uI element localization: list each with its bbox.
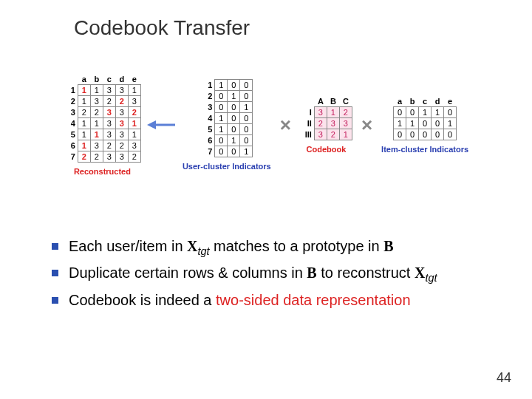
multiply-icon: × bbox=[358, 114, 375, 137]
multiply-icon: × bbox=[277, 114, 294, 137]
symbol-X: X bbox=[415, 265, 425, 281]
subscript-tgt: tgt bbox=[198, 245, 210, 257]
bullet-1-text: Each user/item in Xtgt matches to a prot… bbox=[69, 236, 394, 259]
bullet-3-text: Codebook is indeed a two-sided data repr… bbox=[69, 290, 411, 310]
reconstructed-table: abcde11133121322332233241133151133161322… bbox=[64, 74, 141, 163]
codebook-block: ABCI312II233III321 Codebook bbox=[300, 96, 352, 154]
item-indicators-table: abcde001101100100000 bbox=[393, 96, 457, 140]
slide-title: Codebook Transfer bbox=[74, 16, 250, 40]
user-indicators-label: User-cluster Indicators bbox=[183, 162, 271, 171]
text: Codebook is indeed a bbox=[69, 292, 216, 308]
page-number: 44 bbox=[497, 370, 511, 386]
reconstructed-block: abcde11133121322332233241133151133161322… bbox=[64, 74, 141, 176]
text: Duplicate certain rows & columns in bbox=[69, 265, 307, 281]
left-arrow-icon bbox=[147, 117, 177, 132]
bullet-mark-icon bbox=[52, 243, 58, 250]
bullet-2: Duplicate certain rows & columns in B to… bbox=[52, 263, 502, 285]
user-indicators-block: 1100201030014100510060107001 User-cluste… bbox=[183, 79, 271, 171]
codebook-table: ABCI312II233III321 bbox=[300, 96, 352, 140]
user-indicators-table: 1100201030014100510060107001 bbox=[200, 79, 253, 157]
symbol-B: B bbox=[383, 238, 393, 254]
text: Each user/item in bbox=[69, 238, 187, 254]
bullet-mark-icon bbox=[52, 270, 58, 276]
codebook-label: Codebook bbox=[307, 145, 347, 154]
item-indicators-block: abcde001101100100000 Item-cluster Indica… bbox=[381, 96, 468, 154]
bullet-3: Codebook is indeed a two-sided data repr… bbox=[52, 290, 502, 310]
item-indicators-label: Item-cluster Indicators bbox=[381, 145, 468, 154]
text: matches to a prototype in bbox=[210, 238, 384, 254]
bullet-1: Each user/item in Xtgt matches to a prot… bbox=[52, 236, 502, 259]
diagram-row: abcde11133121322332233241133151133161322… bbox=[22, 74, 510, 176]
symbol-X: X bbox=[187, 238, 197, 254]
text: to reconstruct bbox=[317, 265, 415, 281]
symbol-B: B bbox=[307, 265, 316, 281]
text-highlight: two-sided data representation bbox=[216, 292, 411, 308]
bullet-2-text: Duplicate certain rows & columns in B to… bbox=[69, 263, 437, 285]
reconstructed-label: Reconstructed bbox=[74, 167, 131, 176]
subscript-tgt: tgt bbox=[425, 272, 437, 284]
bullet-mark-icon bbox=[52, 297, 58, 304]
bullet-list: Each user/item in Xtgt matches to a prot… bbox=[52, 236, 502, 315]
svg-marker-1 bbox=[147, 120, 156, 129]
